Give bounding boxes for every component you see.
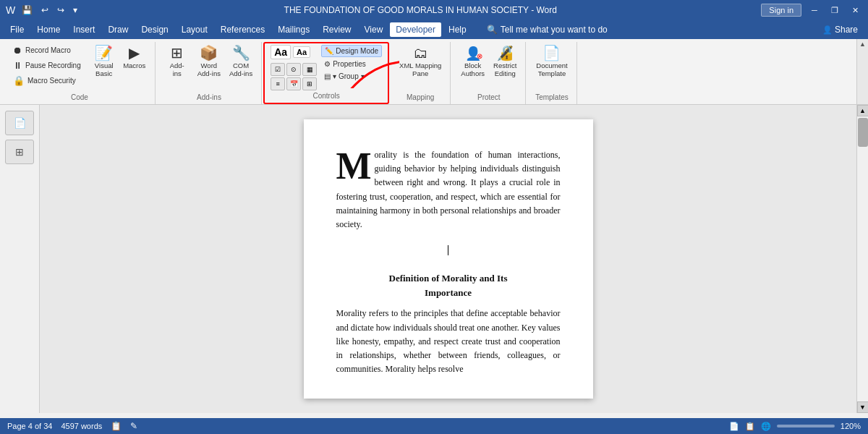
tell-me[interactable]: 🔍 Tell me what you want to do	[481, 22, 613, 37]
macro-security-btn[interactable]: 🔒 Macro Security	[10, 74, 84, 88]
ribbon-group-addins: ⊞ Add- ins 📦 Word Add-ins 🔧 COM Add-ins …	[157, 42, 262, 104]
close-button[interactable]: ✕	[848, 3, 862, 17]
title-bar-right: Sign in ─ ❐ ✕	[761, 3, 862, 17]
group-icon: ▤	[324, 72, 331, 80]
word-add-ins-btn[interactable]: 📦 Word Add-ins	[195, 43, 224, 80]
word-count: 4597 words	[61, 422, 102, 430]
code-group-content: ⏺ Record Macro ⏸ Pause Recording 🔒 Macro…	[10, 43, 149, 92]
menu-bar: File Home Insert Draw Design Layout Refe…	[0, 20, 868, 39]
menu-mailings[interactable]: Mailings	[272, 22, 315, 37]
panel-icon-2: ⊞	[15, 146, 24, 158]
qat-arrow-btn[interactable]: ▾	[71, 4, 80, 16]
macros-icon: ▶	[129, 46, 140, 60]
aa-large-btn[interactable]: Aa	[271, 45, 291, 59]
panel-icon-1: 📄	[14, 117, 26, 129]
block-authors-icon: 👤⊗	[465, 46, 481, 60]
scroll-thumb[interactable]	[858, 118, 868, 147]
ribbon-group-mapping: 🗂 XML Mapping Pane Mapping	[391, 42, 451, 104]
restore-button[interactable]: ❐	[827, 3, 842, 17]
ctrl-icon-2[interactable]: ⊙	[286, 63, 301, 76]
ctrl-icon-5[interactable]: 📅	[286, 77, 301, 90]
menu-developer[interactable]: Developer	[390, 22, 441, 37]
mapping-group-content: 🗂 XML Mapping Pane	[396, 43, 444, 92]
minimize-button[interactable]: ─	[807, 3, 822, 17]
document-heading: Definition of Morality and Its Importanc…	[336, 271, 561, 299]
redo-qat-btn[interactable]: ↪	[55, 4, 67, 16]
ribbon-scroll-up[interactable]: ▲	[858, 39, 867, 49]
scroll-down-arrow[interactable]: ▼	[857, 401, 869, 413]
restrict-editing-btn[interactable]: 🔏 Restrict Editing	[490, 43, 519, 80]
save-qat-btn[interactable]: 💾	[20, 4, 35, 16]
menu-file[interactable]: File	[4, 22, 30, 37]
ribbon: ⏺ Record Macro ⏸ Pause Recording 🔒 Macro…	[0, 39, 868, 105]
undo-qat-btn[interactable]: ↩	[39, 4, 51, 16]
panel-btn-2[interactable]: ⊞	[5, 140, 34, 164]
menu-layout[interactable]: Layout	[176, 22, 213, 37]
menu-home[interactable]: Home	[31, 22, 66, 37]
templates-group-content: 📄 Document Template	[533, 43, 570, 92]
paragraph-2: Morality refers to the principles that d…	[336, 308, 561, 374]
sign-in-button[interactable]: Sign in	[761, 4, 801, 17]
panel-btn-1[interactable]: 📄	[5, 111, 34, 135]
view-reading-btn[interactable]: 📋	[745, 422, 755, 431]
ctrl-icon-4[interactable]: ≡	[271, 77, 285, 90]
text-cursor	[448, 245, 448, 255]
zoom-level: 120%	[841, 422, 861, 430]
document-template-btn[interactable]: 📄 Document Template	[533, 43, 570, 80]
macros-btn[interactable]: ▶ Macros	[120, 43, 149, 80]
add-ins-btn[interactable]: ⊞ Add- ins	[163, 43, 192, 80]
main-area: 📄 ⊞ M orality is the foundation of human…	[0, 105, 868, 413]
ribbon-group-code: ⏺ Record Macro ⏸ Pause Recording 🔒 Macro…	[4, 42, 156, 104]
design-mode-btn[interactable]: ✏️ Design Mode	[321, 45, 382, 57]
ctrl-icon-1[interactable]: ☑	[271, 63, 285, 76]
xml-mapping-btn[interactable]: 🗂 XML Mapping Pane	[396, 43, 444, 80]
menu-draw[interactable]: Draw	[102, 22, 134, 37]
status-right: 📄 📋 🌐 120%	[729, 422, 861, 431]
addins-group-content: ⊞ Add- ins 📦 Word Add-ins 🔧 COM Add-ins	[163, 43, 255, 92]
document-area: M orality is the foundation of human int…	[40, 105, 856, 413]
menu-view[interactable]: View	[359, 22, 389, 37]
visual-basic-btn[interactable]: 📝 Visual Basic	[90, 43, 119, 80]
group-btn[interactable]: ▤ ▾ Group ▾	[321, 71, 382, 82]
left-panel: 📄 ⊞	[0, 105, 40, 413]
title-bar: W 💾 ↩ ↪ ▾ THE FOUNDATION OF GOOD MORALS …	[0, 0, 868, 20]
view-normal-btn[interactable]: 📄	[729, 422, 739, 431]
document-page: M orality is the foundation of human int…	[304, 119, 593, 399]
share-button[interactable]: 👤 Share	[817, 22, 864, 37]
templates-group-label: Templates	[535, 92, 569, 101]
design-mode-icon: ✏️	[325, 47, 333, 55]
view-web-btn[interactable]: 🌐	[761, 422, 771, 431]
pause-recording-btn[interactable]: ⏸ Pause Recording	[10, 59, 84, 72]
document-text: M orality is the foundation of human int…	[336, 148, 561, 376]
menu-insert[interactable]: Insert	[67, 22, 101, 37]
menu-design[interactable]: Design	[135, 22, 174, 37]
menu-review[interactable]: Review	[317, 22, 357, 37]
document-title: THE FOUNDATION OF GOOD MORALS IN HUMAN S…	[80, 5, 761, 15]
protect-group-label: Protect	[477, 92, 501, 101]
aa-small-btn[interactable]: Aa	[293, 46, 310, 58]
zoom-slider[interactable]	[777, 425, 835, 427]
page-info: Page 4 of 34	[7, 422, 52, 430]
block-authors-btn[interactable]: 👤⊗ Block Authors	[458, 43, 488, 80]
ribbon-scrollbar: ▲	[856, 39, 868, 104]
word-add-ins-icon: 📦	[200, 46, 218, 60]
properties-btn[interactable]: ⚙ Properties	[321, 59, 382, 69]
ribbon-group-controls: Aa Aa ☑ ⊙ ▦ ≡ 📅 ⊞ ✏️	[263, 42, 389, 104]
menu-help[interactable]: Help	[443, 22, 472, 37]
scroll-up-arrow[interactable]: ▲	[857, 105, 869, 116]
record-macro-icon: ⏺	[13, 45, 22, 56]
xml-mapping-icon: 🗂	[413, 46, 427, 60]
ctrl-icon-6[interactable]: ⊞	[302, 77, 317, 90]
ctrl-icon-3[interactable]: ▦	[302, 63, 317, 76]
menu-references[interactable]: References	[215, 22, 271, 37]
word-icon: W	[6, 4, 15, 16]
properties-icon: ⚙	[324, 60, 331, 68]
com-add-ins-icon: 🔧	[232, 46, 250, 60]
com-add-ins-btn[interactable]: 🔧 COM Add-ins	[226, 43, 255, 80]
control-icons-grid: ☑ ⊙ ▦ ≡ 📅 ⊞	[271, 63, 317, 90]
ribbon-group-templates: 📄 Document Template Templates	[527, 42, 576, 104]
record-macro-btn[interactable]: ⏺ Record Macro	[10, 43, 84, 57]
addins-group-label: Add-ins	[197, 92, 221, 101]
title-bar-left: W 💾 ↩ ↪ ▾	[6, 4, 80, 16]
controls-group-label: Controls	[312, 90, 339, 100]
